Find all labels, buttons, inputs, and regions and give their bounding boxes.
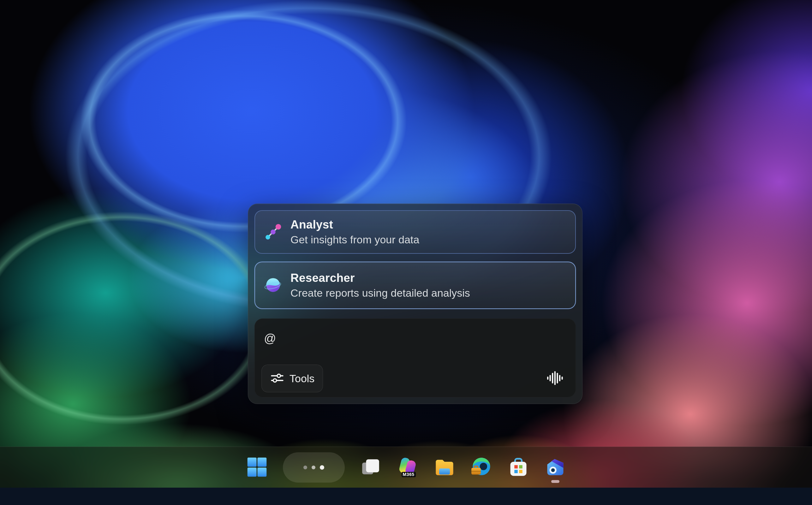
microsoft-store-button[interactable] (507, 456, 529, 479)
camera-app-icon (544, 456, 566, 479)
sliders-icon (270, 371, 285, 386)
copilot-flyout: Analyst Get insights from your data (248, 204, 583, 404)
agent-title: Analyst (291, 218, 419, 231)
letterbox-strip (0, 488, 812, 505)
prompt-input[interactable]: @ (264, 332, 276, 345)
tools-button[interactable]: Tools (262, 364, 323, 392)
agent-description: Get insights from your data (291, 233, 419, 246)
windows-start-icon (247, 457, 268, 479)
folder-icon (434, 456, 455, 479)
m365-badge: M365 (401, 472, 416, 477)
taskbar: M365 (0, 447, 812, 488)
agent-option-analyst[interactable]: Analyst Get insights from your data (255, 210, 576, 254)
agent-description: Create reports using detailed analysis (291, 287, 470, 299)
m365-copilot-button[interactable]: M365 (396, 456, 419, 479)
copilot-typing-pill[interactable] (283, 452, 345, 483)
voice-waveform-icon[interactable] (544, 368, 565, 388)
researcher-planet-icon (264, 276, 282, 295)
start-button[interactable] (246, 456, 268, 479)
analyst-scatter-icon (264, 223, 282, 241)
running-indicator (551, 480, 559, 483)
file-explorer-button[interactable] (434, 456, 456, 479)
agent-text: Analyst Get insights from your data (291, 218, 419, 246)
desktop: Analyst Get insights from your data (0, 0, 812, 505)
agent-title: Researcher (291, 272, 470, 285)
agent-option-researcher[interactable]: Researcher Create reports using detailed… (255, 262, 576, 309)
edge-briefcase-icon (471, 456, 492, 479)
prompt-composer[interactable]: @ Tools (255, 319, 576, 397)
task-view-button[interactable] (360, 456, 382, 479)
agent-text: Researcher Create reports using detailed… (291, 272, 470, 299)
store-bag-icon (508, 456, 529, 479)
three-dots-icon (303, 465, 324, 470)
edge-work-button[interactable] (470, 456, 492, 479)
task-view-icon (360, 457, 381, 479)
tools-label: Tools (290, 372, 314, 385)
camera-app-button[interactable] (544, 456, 566, 479)
